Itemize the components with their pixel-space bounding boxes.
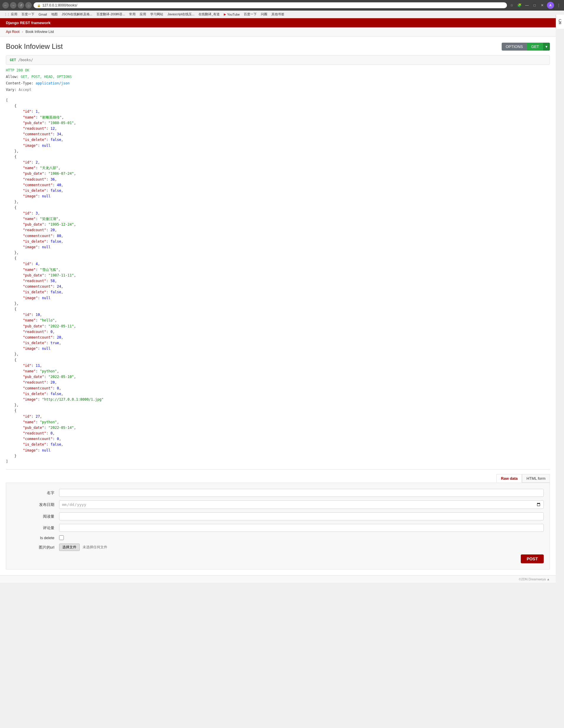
bookmark-translate[interactable]: 百度翻译-200种语... [95,11,127,17]
bookmark-label: 百度一下 [21,12,34,16]
bookmark-wenjuan[interactable]: 问圈 [259,11,269,17]
bookmark-label: 问圈 [261,12,267,16]
request-path: /books/ [18,58,33,62]
vary-header: Vary: Accept [6,88,550,92]
bookmark-icon[interactable]: ☆ [509,2,515,8]
readcount-label: 阅读量 [12,514,59,519]
content-type-value: application/json [36,81,70,85]
response-status-line: HTTP 200 OK [6,68,550,72]
section-divider [6,469,550,469]
json-response-body: [ { "id": 1, "name": "射雕英雄传", "pub_date"… [6,98,550,464]
side-panel[interactable]: C 笔记 [556,15,564,29]
action-buttons: OPTIONS GET ▾ [502,43,550,51]
name-input[interactable] [59,489,544,497]
vary-key: Vary: [6,88,16,92]
commentcount-field-row: 评论量 [12,524,544,532]
pub-date-label: 发布日期 [12,502,59,507]
file-input-group: 选择文件 未选择任何文件 [59,544,107,551]
get-dropdown-button[interactable]: ▾ [543,43,550,51]
form-tabs: Raw data HTML form [6,474,550,483]
bookmark-label: 其他书签 [271,12,284,16]
pub-date-input[interactable] [59,500,544,509]
bookmark-label: 在线翻译_有道 [198,12,220,16]
nav-buttons: ← → ↺ ⌂ [2,2,32,9]
commentcount-input[interactable] [59,524,544,532]
extensions-icon[interactable]: 🧩 [516,2,522,8]
close-button[interactable]: ✕ [539,2,545,8]
pub-date-field-row: 发布日期 [12,500,544,509]
tab-html-form[interactable]: HTML form [522,474,550,483]
bookmark-label: Gmail [39,13,47,16]
content-type-key: Content-Type: [6,81,34,85]
page-title-row: Book Infoview List OPTIONS GET ▾ [6,42,550,51]
get-button[interactable]: GET [527,43,543,51]
post-button-row: POST [12,554,544,563]
is-delete-label: Is delete [12,536,59,540]
is-delete-checkbox[interactable] [59,535,64,540]
drf-title: Django REST framework [6,21,51,25]
bookmark-label: 百度一下 [244,12,257,16]
commentcount-label: 评论量 [12,525,59,531]
file-no-selection-label: 未选择任何文件 [83,545,107,549]
readcount-input[interactable] [59,512,544,520]
page-wrapper: Django REST framework Api Root › Book In… [0,18,556,583]
post-button[interactable]: POST [521,554,544,563]
bookmark-label: 地图 [51,12,58,16]
bookmarks-bar: ⋮⋮ 应用 百度一下 Gmail 地图 JSON在线解析及格... 百度翻译-2… [0,11,564,18]
bookmark-common[interactable]: 常用 [127,11,137,17]
back-button[interactable]: ← [2,2,9,9]
request-info: GET /books/ [6,55,550,65]
drf-header: Django REST framework [0,18,556,27]
image-field-row: 图片的url 选择文件 未选择任何文件 [12,544,544,551]
menu-button[interactable]: ⋮ [556,2,562,8]
bookmark-apps[interactable]: ⋮⋮ 应用 [2,11,19,17]
bookmark-youdao[interactable]: 在线翻译_有道 [197,11,221,17]
forward-button[interactable]: → [10,2,16,9]
allow-key: Allow: [6,75,19,79]
bookmark-baidu[interactable]: 百度一下 [20,11,36,17]
lock-icon: 🔒 [37,4,41,7]
url-bar[interactable]: 🔒 127.0.0.1:8000/books/ [34,2,507,8]
bookmark-label: YouTube [227,13,240,16]
breadcrumb-separator: › [22,30,23,34]
browser-toolbar: ← → ↺ ⌂ 🔒 127.0.0.1:8000/books/ ☆ 🧩 — □ … [0,0,564,11]
minimize-button[interactable]: — [524,2,530,8]
bookmark-label: 应用 [140,12,146,16]
is-delete-field-row: Is delete [12,535,544,540]
allow-header: Allow: GET, POST, HEAD, OPTIONS [6,75,550,79]
image-label: 图片的url [12,545,59,550]
url-text: 127.0.0.1:8000/books/ [42,3,503,7]
post-form: 名字 发布日期 阅读量 评论量 Is delete 图片的url [6,483,550,569]
allow-value: GET, POST, HEAD, OPTIONS [21,75,72,79]
vary-value: Accept [19,88,31,92]
content-type-header: Content-Type: application/json [6,81,550,85]
bookmark-apps2[interactable]: 应用 [138,11,148,17]
bookmark-gmail[interactable]: Gmail [37,12,49,17]
bookmark-youtube[interactable]: ▶ YouTube [222,12,241,17]
browser-chrome: ← → ↺ ⌂ 🔒 127.0.0.1:8000/books/ ☆ 🧩 — □ … [0,0,564,18]
response-status: HTTP 200 OK [6,68,29,72]
page-title: Book Infoview List [6,42,63,51]
options-button[interactable]: OPTIONS [502,43,527,51]
tab-raw-data[interactable]: Raw data [496,474,522,483]
breadcrumb-root-link[interactable]: Api Root [6,30,19,34]
maximize-button[interactable]: □ [532,2,538,8]
refresh-button[interactable]: ↺ [18,2,24,9]
bookmark-learning[interactable]: 学习网站 [148,11,165,17]
bookmark-js[interactable]: Javascript在线压... [166,11,196,17]
profile-avatar[interactable]: A [547,2,554,9]
side-panel-c-button[interactable]: C [557,17,564,24]
bookmark-other[interactable]: 其他书签 [270,11,286,17]
choose-file-button[interactable]: 选择文件 [59,544,80,551]
home-button[interactable]: ⌂ [25,2,32,9]
bookmark-json[interactable]: JSON在线解析及格... [60,11,94,17]
drf-footer: ©2DN Dreamweya ▲ [0,575,556,583]
bookmark-baidu2[interactable]: 百度一下 [242,11,258,17]
name-field-row: 名字 [12,489,544,497]
youtube-icon: ▶ [224,13,226,16]
breadcrumb: Api Root › Book Infoview List [0,27,556,36]
bookmark-maps[interactable]: 地图 [49,11,59,17]
bookmark-label: JSON在线解析及格... [62,12,93,16]
content-area: Book Infoview List OPTIONS GET ▾ GET /bo… [0,36,556,575]
name-label: 名字 [12,490,59,496]
